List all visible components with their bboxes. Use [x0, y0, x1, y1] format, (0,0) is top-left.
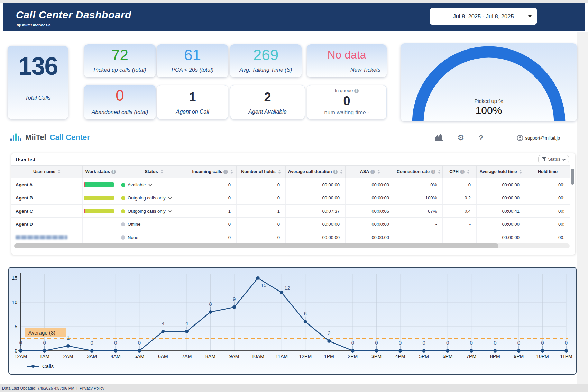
column-label: ASA: [360, 169, 369, 174]
info-icon[interactable]: i: [460, 170, 465, 174]
redacted-user-name: [16, 235, 67, 239]
data-point[interactable]: [256, 276, 260, 280]
hold-time-cell: 00:: [525, 218, 570, 231]
info-icon[interactable]: i: [370, 170, 375, 174]
data-point[interactable]: [470, 349, 473, 353]
column-header-hold-time: Hold time: [525, 166, 570, 178]
y-tick-label: 10: [12, 300, 17, 305]
column-header-connection-rate[interactable]: Connection ratei: [395, 166, 442, 178]
data-point[interactable]: [114, 349, 117, 353]
kpi-value: 136: [8, 52, 68, 80]
kpi-value: No data: [307, 48, 387, 61]
data-point[interactable]: [493, 349, 497, 353]
x-tick-label: 2PM: [348, 354, 358, 359]
data-point[interactable]: [232, 305, 236, 309]
data-point-label: 15: [261, 282, 267, 288]
x-tick-label: 6AM: [158, 354, 168, 359]
status-filter-button[interactable]: Status: [538, 155, 569, 163]
data-point[interactable]: [327, 339, 331, 343]
date-range-selector[interactable]: Jul 8, 2025 - Jul 8, 2025: [430, 8, 537, 25]
data-point[interactable]: [351, 349, 355, 353]
sort-arrows-icon: [467, 170, 470, 174]
help-icon[interactable]: ?: [479, 134, 483, 142]
status-dropdown[interactable]: Outgoing calls only: [119, 205, 189, 217]
analytics-icon[interactable]: [435, 134, 443, 142]
average-hold-time-cell: 00:00:41: [476, 205, 525, 217]
data-point[interactable]: [280, 291, 283, 294]
data-point[interactable]: [517, 349, 521, 353]
column-header-status[interactable]: Status: [119, 166, 189, 178]
data-point[interactable]: [564, 349, 568, 353]
calls-line: [21, 278, 566, 351]
settings-gear-icon[interactable]: ⚙: [457, 134, 464, 141]
status-dropdown[interactable]: Outgoing calls only: [119, 191, 189, 204]
column-header-number-of-holds[interactable]: Number of holds: [236, 166, 285, 178]
cph-cell: [442, 231, 476, 244]
status-dropdown: None: [119, 231, 189, 244]
info-icon[interactable]: i: [354, 89, 359, 93]
data-point[interactable]: [422, 349, 426, 353]
data-point-label: 0: [43, 340, 46, 346]
table-row: Agent COutgoing calls only1100:07:3700:0…: [11, 205, 570, 218]
legend-item-calls[interactable]: Calls: [27, 363, 54, 369]
x-tick-label: 10PM: [536, 354, 549, 359]
kpi-new-tickets: No data New Tickets: [307, 44, 387, 77]
x-tick-label: 12AM: [15, 354, 27, 359]
user-name-cell: Agent D: [11, 218, 82, 231]
x-tick-label: 1AM: [39, 354, 49, 359]
data-point[interactable]: [43, 349, 46, 353]
column-header-average-hold-time[interactable]: Average hold time: [476, 166, 525, 178]
account-menu[interactable]: support@miitel.jp: [517, 135, 560, 141]
data-point[interactable]: [446, 349, 449, 353]
status-dropdown[interactable]: Available: [119, 178, 189, 191]
column-header-user-name[interactable]: User name: [11, 166, 82, 178]
status-label: None: [128, 235, 138, 240]
data-point-label: 6: [304, 311, 307, 317]
data-point[interactable]: [375, 349, 378, 353]
data-point[interactable]: [209, 310, 212, 314]
gauge-text: Picked up % 100%: [401, 98, 577, 116]
x-tick-label: 8PM: [490, 354, 500, 359]
info-icon[interactable]: i: [333, 170, 338, 174]
data-point[interactable]: [541, 349, 544, 353]
status-dot-icon: [121, 183, 125, 187]
x-tick-label: 3PM: [371, 354, 382, 359]
data-point[interactable]: [66, 344, 70, 348]
x-tick-label: 4PM: [395, 354, 405, 359]
work-status-cell: [82, 205, 119, 217]
data-point[interactable]: [398, 349, 402, 353]
y-tick-label: 5: [15, 324, 17, 329]
data-point[interactable]: [138, 349, 141, 353]
column-header-incoming-calls[interactable]: Incoming callsi: [189, 166, 236, 178]
asa-cell: 00:00:00: [345, 231, 395, 244]
privacy-policy-link[interactable]: Privacy Policy: [80, 386, 104, 390]
column-header-average-call-duration[interactable]: Average call durationi: [285, 166, 345, 178]
info-icon[interactable]: i: [111, 170, 116, 174]
asa-cell: 00:00:00: [345, 191, 395, 204]
data-point[interactable]: [161, 330, 165, 333]
x-tick-label: 12PM: [299, 354, 312, 359]
x-tick-label: 1PM: [324, 354, 334, 359]
data-point[interactable]: [304, 320, 307, 323]
kpi-label: Avg. Talking Time (S): [230, 67, 302, 73]
miitel-logo[interactable]: MiiTel Call Center: [10, 133, 90, 142]
vertical-scrollbar[interactable]: [571, 169, 574, 185]
kpi-label: Total Calls: [8, 95, 68, 101]
data-point[interactable]: [185, 330, 189, 333]
data-point[interactable]: [90, 349, 94, 353]
average-call-duration-cell: 00:07:37: [285, 205, 345, 217]
sort-arrows-icon: [340, 170, 343, 174]
horizontal-scrollbar[interactable]: [14, 243, 498, 248]
data-point-label: 4: [185, 320, 188, 326]
brand-secondary: Call Center: [50, 133, 90, 142]
data-point-label: 0: [399, 340, 402, 346]
info-icon[interactable]: i: [223, 170, 228, 174]
number-of-holds-cell: 0: [236, 231, 285, 244]
column-header-work-status: Work statusi: [82, 166, 119, 178]
column-header-asa[interactable]: ASAi: [345, 166, 395, 178]
column-header-cph[interactable]: CPHi: [442, 166, 476, 178]
info-icon[interactable]: i: [431, 170, 435, 174]
horizontal-scrollbar-track: [14, 243, 570, 248]
data-point[interactable]: [19, 349, 22, 353]
work-status-cell: [82, 218, 119, 231]
